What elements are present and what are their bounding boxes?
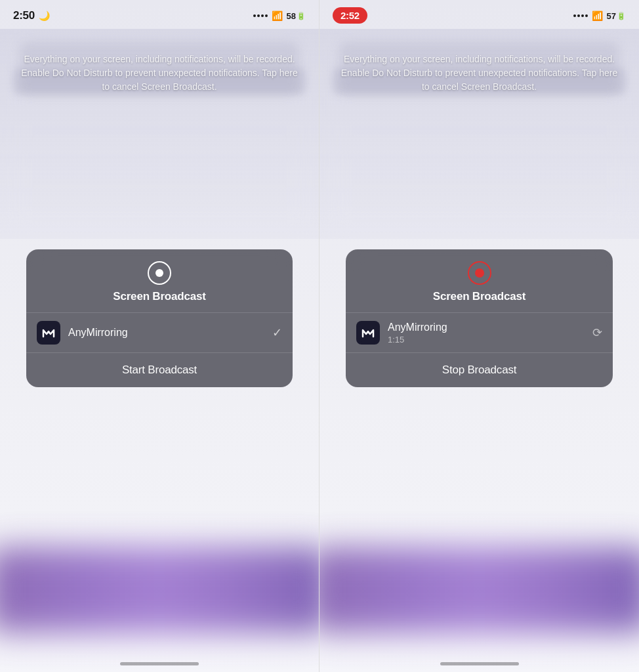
left-record-icon [148,261,171,285]
right-record-icon [468,261,491,285]
right-anymirroring-logo-icon [359,324,377,342]
battery-icon: 58 🔋 [287,11,306,21]
right-broadcast-card: Screen Broadcast AnyMirroring 1:15 ⟳ Sto… [346,249,613,387]
right-app-timer: 1:15 [388,335,585,345]
right-spinner-icon: ⟳ [592,326,602,340]
right-status-icons: 📶 57 🔋 [573,10,626,21]
right-battery-icon: 57 🔋 [607,11,626,21]
right-card-title: Screen Broadcast [433,290,526,303]
wifi-icon: 📶 [272,10,283,21]
left-app-name: AnyMirroring [68,327,264,339]
left-status-time: 2:50 [13,9,35,22]
left-status-icons: 📶 58 🔋 [253,10,306,21]
left-notification-text[interactable]: Everything on your screen, including not… [20,52,299,94]
right-status-bar: 2:52 📶 57 🔋 [320,0,639,29]
left-card-title: Screen Broadcast [113,290,205,303]
right-purple-glow [320,547,639,633]
moon-icon: 🌙 [39,10,50,21]
right-stop-broadcast-button[interactable]: Stop Broadcast [346,353,613,387]
right-notification-text[interactable]: Everything on your screen, including not… [339,52,619,94]
left-checkmark-icon: ✓ [272,326,282,340]
right-home-indicator [440,662,519,665]
right-app-row[interactable]: AnyMirroring 1:15 ⟳ [346,313,613,352]
left-phone-panel: 2:50 🌙 📶 58 🔋 Everything on your screen,… [0,0,320,672]
right-app-info: AnyMirroring 1:15 [388,322,585,345]
right-phone-panel: 2:52 📶 57 🔋 Everything on your screen, i… [320,0,639,672]
right-app-name: AnyMirroring [388,322,585,333]
right-status-time: 2:52 [333,7,367,24]
left-status-bar: 2:50 🌙 📶 58 🔋 [0,0,319,29]
right-card-header: Screen Broadcast [346,249,613,312]
left-home-indicator [120,662,199,665]
left-app-icon [37,321,60,345]
left-broadcast-card: Screen Broadcast AnyMirroring ✓ Start Br… [26,249,293,387]
right-signal-dots-icon [573,14,588,17]
anymirroring-logo-icon [39,324,58,342]
right-wifi-icon: 📶 [592,10,603,21]
left-app-row[interactable]: AnyMirroring ✓ [26,313,293,352]
signal-dots-icon [253,14,268,17]
left-card-header: Screen Broadcast [26,249,293,312]
left-start-broadcast-button[interactable]: Start Broadcast [26,353,293,387]
left-purple-glow [0,547,320,633]
right-app-icon [356,321,380,345]
